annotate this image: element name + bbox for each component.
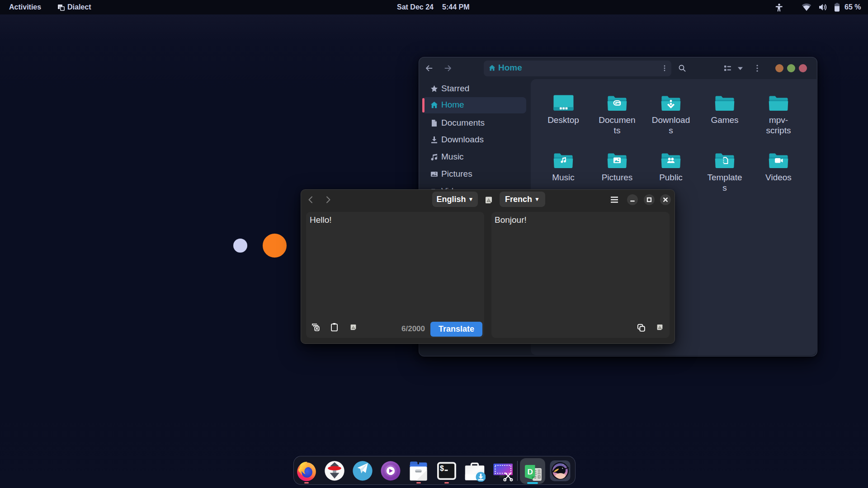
svg-text:$: $ [440, 465, 444, 472]
svg-text:D: D [528, 468, 533, 476]
